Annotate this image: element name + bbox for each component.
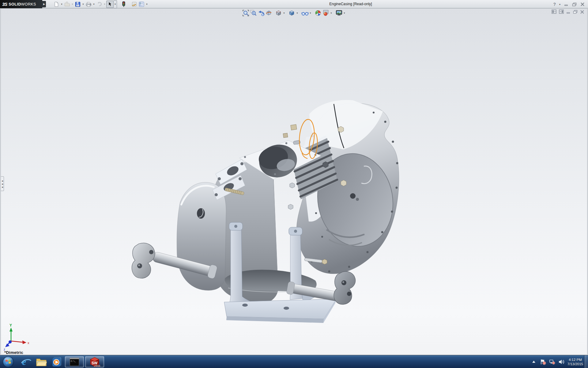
solidworks-logo-mark: 3S xyxy=(2,2,7,7)
solidworks-2015-icon: SW 2015 xyxy=(89,356,100,367)
taskbar-windows-explorer[interactable] xyxy=(34,356,49,368)
main-toolbar: ▼ ▼ ▼ ▼ ▼ ▼ ▼ xyxy=(53,0,149,8)
system-tray: 4:12 PM 7/13/2015 xyxy=(531,355,583,368)
show-desktop-button[interactable] xyxy=(584,355,588,368)
cover-hole xyxy=(197,208,205,219)
network-icon xyxy=(549,359,555,365)
select-cursor-icon xyxy=(107,2,112,7)
print-button[interactable] xyxy=(85,1,92,8)
media-player-icon xyxy=(51,357,62,367)
solidworks-logo: 3S SOLIDWORKS xyxy=(0,0,42,8)
open-folder-icon xyxy=(64,2,70,7)
select-tool-dropdown[interactable]: ▼ xyxy=(114,0,117,8)
cavity-bolt xyxy=(356,198,359,201)
solidworks-logo-text-bold: SOLID xyxy=(9,2,21,6)
pillar-pin-right xyxy=(294,230,297,233)
triad-x-label: x xyxy=(28,341,29,345)
open-document-button[interactable] xyxy=(63,1,71,8)
title-bar: 3S SOLIDWORKS ▶ ▼ ▼ ▼ ▼ ▼ ▼ ▼ xyxy=(0,0,588,8)
windows-taskbar: e C:\_ xyxy=(0,355,588,368)
action-center-icon[interactable] xyxy=(540,359,546,365)
select-tool-button[interactable] xyxy=(106,1,114,8)
flag-icon xyxy=(540,359,546,365)
graphics-viewport[interactable]: ▼ ▼ ▼ ▼ ▼ xyxy=(0,8,588,355)
rebuild-button[interactable] xyxy=(120,1,127,8)
solidworks-logo-text-light: WORKS xyxy=(21,2,36,6)
close-icon xyxy=(580,2,585,6)
new-document-icon xyxy=(54,2,59,7)
help-button[interactable]: ? xyxy=(553,2,556,7)
base-plate-hole xyxy=(242,304,248,307)
taskbar-clock[interactable]: 4:12 PM 7/13/2015 xyxy=(567,358,583,366)
folder-icon xyxy=(36,357,47,367)
view-orientation-label: *Dimetric xyxy=(4,350,23,355)
file-properties-button[interactable] xyxy=(130,1,138,8)
document-title: EngineCasing [Read-only] xyxy=(329,2,372,6)
undo-button[interactable] xyxy=(96,1,103,8)
minimize-button[interactable] xyxy=(564,2,569,7)
base-plate[interactable] xyxy=(224,299,336,319)
close-button[interactable] xyxy=(580,2,585,7)
app-window-controls: ? ▼ xyxy=(553,1,585,8)
volume-icon[interactable] xyxy=(558,359,564,365)
save-button[interactable] xyxy=(74,1,81,8)
options-dropdown[interactable]: ▼ xyxy=(145,1,149,8)
taskbar-media-player[interactable] xyxy=(49,356,64,368)
clock-date: 7/13/2015 xyxy=(567,362,583,366)
start-button[interactable] xyxy=(2,356,14,368)
svg-text:C:\_: C:\_ xyxy=(71,360,76,362)
engine-casing-geometry[interactable] xyxy=(132,100,400,323)
options-button[interactable] xyxy=(138,1,145,8)
help-dropdown[interactable]: ▼ xyxy=(559,1,561,8)
restore-icon xyxy=(572,2,577,6)
base-plate-hole xyxy=(284,307,289,310)
mount-flange-left[interactable] xyxy=(132,243,155,278)
engine-casing-model[interactable]: Y x z xyxy=(0,8,588,355)
undo-dropdown[interactable]: ▼ xyxy=(103,1,106,8)
mount-bracket-right[interactable] xyxy=(334,271,356,304)
speaker-icon xyxy=(558,359,564,365)
rebuild-traffic-light-icon xyxy=(122,1,126,7)
pillar-pin-left xyxy=(234,225,237,228)
print-dropdown[interactable]: ▼ xyxy=(92,1,96,8)
svg-text:2015: 2015 xyxy=(94,364,100,367)
triad-y-label: Y xyxy=(9,323,12,328)
save-dropdown[interactable]: ▼ xyxy=(81,1,85,8)
options-icon xyxy=(139,2,144,7)
orientation-triad: Y x z xyxy=(4,323,29,351)
open-document-dropdown[interactable]: ▼ xyxy=(71,1,74,8)
file-properties-icon xyxy=(131,2,137,7)
taskbar-command-prompt[interactable]: C:\_ xyxy=(65,356,84,367)
clock-time: 4:12 PM xyxy=(567,358,583,362)
save-floppy-icon xyxy=(75,2,81,7)
restore-button[interactable] xyxy=(572,2,577,7)
network-status-icon[interactable] xyxy=(549,359,555,365)
internet-explorer-icon: e xyxy=(21,356,32,367)
windows-start-icon xyxy=(2,356,14,368)
menu-flyout-arrow[interactable]: ▶ xyxy=(42,1,46,7)
taskbar-solidworks-2015[interactable]: SW 2015 xyxy=(85,356,104,367)
undo-arrow-icon xyxy=(96,2,102,7)
command-prompt-icon: C:\_ xyxy=(70,358,79,366)
minimize-icon xyxy=(564,2,568,6)
show-hidden-icons-button[interactable] xyxy=(531,359,537,365)
new-document-dropdown[interactable]: ▼ xyxy=(60,1,63,8)
print-icon xyxy=(86,2,92,7)
up-arrow-icon xyxy=(532,360,536,363)
cavity-hole xyxy=(350,193,356,199)
new-document-button[interactable] xyxy=(53,1,60,8)
taskbar-internet-explorer[interactable]: e xyxy=(18,356,34,368)
